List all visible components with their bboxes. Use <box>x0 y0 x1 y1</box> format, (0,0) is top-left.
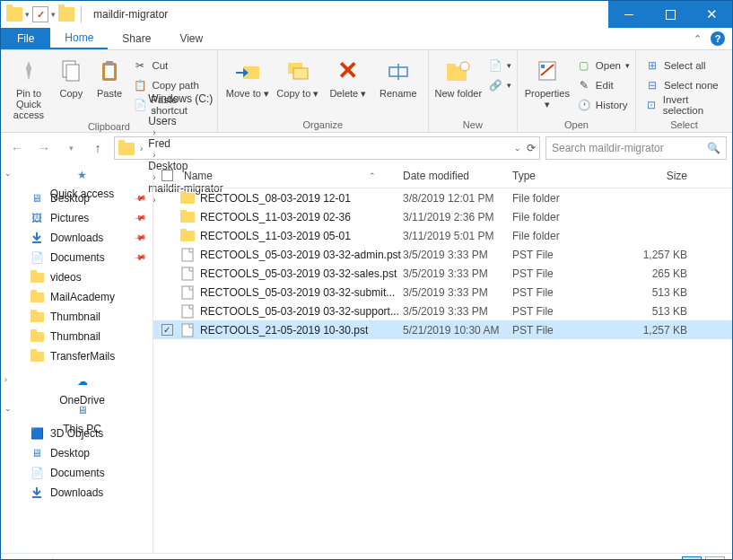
file-tab[interactable]: File <box>1 28 50 49</box>
copy-path-icon: 📋 <box>133 78 147 92</box>
nav-item[interactable]: videos <box>1 267 153 287</box>
nav-item[interactable]: Downloads <box>1 483 153 503</box>
select-none-button[interactable]: ⊟Select none <box>645 76 727 94</box>
copy-to-button[interactable]: Copy to ▾ <box>274 53 322 99</box>
cut-button[interactable]: ✂Cut <box>133 57 211 74</box>
history-button[interactable]: 🕐History <box>577 96 630 114</box>
details-view-button[interactable]: ☰ <box>682 556 702 561</box>
file-row[interactable]: RECTOOLS_05-03-2019 03-32-support...3/5/… <box>153 302 732 320</box>
file-row[interactable]: RECTOOLS_05-03-2019 03-32-submit...3/5/2… <box>153 283 732 302</box>
paste-button[interactable]: Paste <box>92 53 128 99</box>
pin-quick-access-button[interactable]: Pin to Quick access <box>6 53 51 120</box>
folder-icon <box>30 310 44 324</box>
invert-selection-button[interactable]: ⊡Invert selection <box>645 96 727 114</box>
large-icons-view-button[interactable]: ▦ <box>705 556 725 561</box>
pin-icon: 📌 <box>134 212 147 225</box>
select-all-button[interactable]: ⊞Select all <box>645 57 727 74</box>
breadcrumb-segment[interactable]: Windows (C:) <box>148 92 223 105</box>
row-checkbox[interactable]: ✓ <box>153 324 180 336</box>
svg-rect-17 <box>182 249 193 261</box>
onedrive-header[interactable]: › ☁ OneDrive <box>1 375 153 395</box>
column-size-header[interactable]: Size <box>618 170 732 182</box>
move-to-button[interactable]: Move to ▾ <box>223 53 272 99</box>
open-button[interactable]: ▢Open ▾ <box>577 57 630 74</box>
minimize-button[interactable] <box>608 1 650 28</box>
up-button[interactable]: ↑ <box>87 137 109 159</box>
svg-point-12 <box>460 62 469 71</box>
file-row[interactable]: RECTOOLS_05-03-2019 03-32-admin.pst3/5/2… <box>153 245 732 264</box>
file-row[interactable]: RECTOOLS_11-03-2019 02-363/11/2019 2:36 … <box>153 207 732 226</box>
column-type-header[interactable]: Type <box>512 170 618 182</box>
edit-button[interactable]: ✎Edit <box>577 76 630 94</box>
rename-button[interactable]: Rename <box>374 53 423 99</box>
view-tab[interactable]: View <box>165 28 217 49</box>
column-name-header[interactable]: Name⌃ <box>180 170 403 182</box>
nav-item[interactable]: 📄Documents📌 <box>1 248 153 267</box>
nav-item[interactable]: 📄Documents <box>1 463 153 483</box>
breadcrumb-separator[interactable]: › <box>148 127 223 137</box>
history-icon: 🕐 <box>577 98 591 112</box>
address-dropdown[interactable]: ⌄ <box>514 144 521 153</box>
expand-icon[interactable]: › <box>4 375 7 384</box>
back-button[interactable]: ← <box>6 137 28 159</box>
qat-dropdown-1[interactable]: ▾ <box>25 10 30 19</box>
minimize-ribbon-button[interactable]: ⌃ <box>694 33 702 45</box>
expand-icon[interactable]: ⌄ <box>4 404 12 413</box>
nav-item[interactable]: Downloads📌 <box>1 228 153 248</box>
forward-button[interactable]: → <box>33 137 55 159</box>
file-row[interactable]: RECTOOLS_08-03-2019 12-013/8/2019 12:01 … <box>153 188 732 207</box>
new-item-button[interactable]: 📄▾ <box>488 57 511 74</box>
file-icon <box>180 323 195 337</box>
nav-item[interactable]: Thumbnail <box>1 327 153 346</box>
home-tab[interactable]: Home <box>50 28 108 49</box>
refresh-button[interactable]: ⟳ <box>527 142 536 154</box>
quick-access-header[interactable]: ⌄ ★ Quick access <box>1 169 153 188</box>
breadcrumb-separator[interactable]: › <box>148 105 223 115</box>
column-date-header[interactable]: Date modified <box>403 170 512 182</box>
nav-item[interactable]: 🖼Pictures📌 <box>1 208 153 228</box>
qat-separator <box>81 6 82 22</box>
this-pc-header[interactable]: ⌄ 🖥 This PC <box>1 404 153 424</box>
select-all-checkbox[interactable] <box>153 170 180 181</box>
nav-item[interactable]: Thumbnail <box>1 307 153 327</box>
help-button[interactable]: ? <box>711 31 725 46</box>
delete-icon: ✕ <box>334 57 362 85</box>
folder-icon <box>30 349 44 363</box>
3d-icon: 🟦 <box>30 426 44 441</box>
qat-properties-icon[interactable]: ✓ <box>32 6 48 22</box>
navigation-pane[interactable]: ⌄ ★ Quick access 🖥Desktop📌🖼Pictures📌Down… <box>1 163 153 553</box>
nav-item[interactable]: 🖥Desktop <box>1 443 153 463</box>
nav-item[interactable]: MailAcademy <box>1 287 153 307</box>
address-bar[interactable]: › Windows (C:)›Users›Fred›Desktop›maildi… <box>114 136 540 160</box>
svg-rect-7 <box>293 68 308 79</box>
qat-dropdown-2[interactable]: ▾ <box>51 10 56 19</box>
breadcrumb-segment[interactable]: Users <box>148 115 223 127</box>
qat-folder-icon[interactable] <box>6 7 22 22</box>
this-pc-icon: 🖥 <box>75 404 90 416</box>
share-tab[interactable]: Share <box>108 28 165 49</box>
new-folder-button[interactable]: New folder <box>434 53 483 99</box>
file-row[interactable]: RECTOOLS_11-03-2019 05-013/11/2019 5:01 … <box>153 226 732 245</box>
file-row[interactable]: RECTOOLS_05-03-2019 03-32-sales.pst3/5/2… <box>153 264 732 283</box>
nav-item[interactable]: TransferMails <box>1 346 153 366</box>
address-folder-icon <box>118 143 135 155</box>
search-input[interactable]: Search maildir-migrator 🔍 <box>545 136 727 160</box>
file-row[interactable]: ✓RECTOOLS_21-05-2019 10-30.pst5/21/2019 … <box>153 320 732 339</box>
close-button[interactable]: ✕ <box>691 1 732 28</box>
nav-item[interactable]: 🖥Desktop📌 <box>1 188 153 208</box>
breadcrumb-separator[interactable]: › <box>148 150 223 160</box>
recent-locations-button[interactable]: ▾ <box>60 137 82 159</box>
documents-icon: 📄 <box>30 250 44 265</box>
breadcrumb-segment[interactable]: Fred <box>148 137 223 150</box>
nav-item[interactable]: 🟦3D Objects <box>1 424 153 443</box>
properties-button[interactable]: Properties ▾ <box>523 53 572 109</box>
expand-icon[interactable]: ⌄ <box>4 169 12 178</box>
qat-folder2-icon[interactable] <box>58 7 74 22</box>
svg-rect-3 <box>105 66 114 78</box>
copy-button[interactable]: Copy <box>53 53 90 99</box>
maximize-button[interactable] <box>650 1 691 28</box>
delete-button[interactable]: ✕ Delete ▾ <box>324 53 372 99</box>
svg-rect-21 <box>182 324 193 337</box>
easy-access-button[interactable]: 🔗▾ <box>488 76 511 94</box>
pictures-icon: 🖼 <box>30 211 44 225</box>
